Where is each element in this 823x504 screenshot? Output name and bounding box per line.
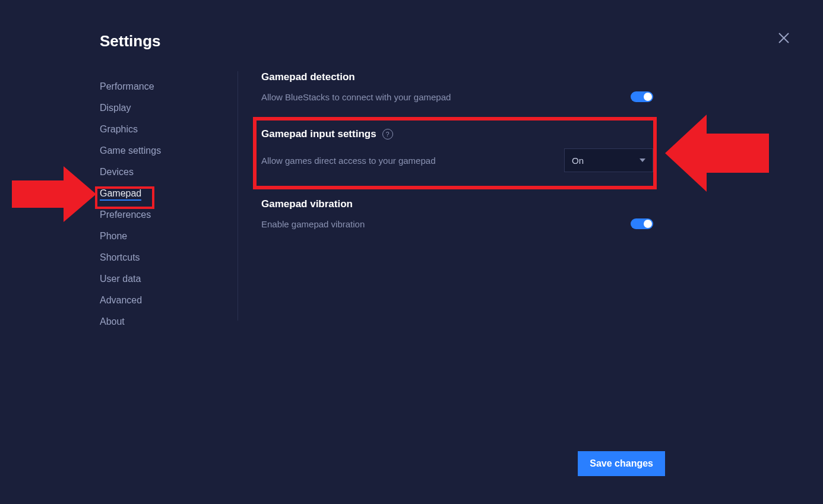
sidebar-item-label: Gamepad	[100, 188, 141, 201]
settings-sidebar: Performance Display Graphics Game settin…	[100, 76, 224, 332]
sidebar-item-devices[interactable]: Devices	[100, 161, 224, 183]
dropdown-value: On	[572, 156, 584, 166]
sidebar-item-label: Preferences	[100, 210, 151, 220]
sidebar-item-label: About	[100, 316, 125, 327]
gamepad-vibration-section: Gamepad vibration Enable gamepad vibrati…	[261, 198, 653, 229]
svg-marker-2	[12, 166, 96, 222]
sidebar-item-about[interactable]: About	[100, 311, 224, 332]
vertical-divider	[238, 71, 238, 321]
section-title: Gamepad vibration	[261, 198, 353, 210]
sidebar-item-performance[interactable]: Performance	[100, 76, 224, 97]
gamepad-detection-toggle[interactable]	[631, 91, 653, 102]
gamepad-detection-section: Gamepad detection Allow BlueStacks to co…	[261, 71, 653, 102]
sidebar-item-game-settings[interactable]: Game settings	[100, 140, 224, 161]
sidebar-item-shortcuts[interactable]: Shortcuts	[100, 247, 224, 268]
sidebar-item-gamepad[interactable]: Gamepad	[100, 183, 224, 204]
sidebar-item-user-data[interactable]: User data	[100, 268, 224, 290]
save-changes-button[interactable]: Save changes	[578, 451, 665, 476]
annotation-arrow-left	[7, 161, 96, 227]
sidebar-item-preferences[interactable]: Preferences	[100, 204, 224, 226]
sidebar-item-label: Performance	[100, 81, 154, 91]
sidebar-item-label: Advanced	[100, 295, 142, 305]
section-title: Gamepad detection	[261, 71, 355, 83]
sidebar-item-label: Phone	[100, 231, 127, 241]
sidebar-item-label: User data	[100, 274, 141, 284]
section-description: Enable gamepad vibration	[261, 219, 365, 229]
sidebar-item-label: Devices	[100, 167, 134, 177]
close-button[interactable]	[777, 31, 791, 45]
help-icon[interactable]: ?	[382, 129, 393, 140]
close-icon	[777, 31, 791, 45]
sidebar-item-label: Display	[100, 103, 131, 113]
sidebar-item-phone[interactable]: Phone	[100, 226, 224, 247]
sidebar-item-graphics[interactable]: Graphics	[100, 119, 224, 140]
section-title: Gamepad input settings	[261, 128, 376, 140]
sidebar-item-label: Game settings	[100, 145, 161, 156]
gamepad-input-dropdown[interactable]: On	[564, 148, 653, 172]
section-description: Allow BlueStacks to connect with your ga…	[261, 92, 451, 102]
svg-marker-3	[665, 115, 769, 192]
sidebar-item-label: Graphics	[100, 124, 138, 134]
annotation-arrow-right	[665, 109, 772, 198]
sidebar-item-advanced[interactable]: Advanced	[100, 290, 224, 311]
gamepad-input-section: Gamepad input settings ? Allow games dir…	[261, 128, 653, 172]
sidebar-item-display[interactable]: Display	[100, 97, 224, 119]
gamepad-vibration-toggle[interactable]	[631, 218, 653, 229]
sidebar-item-label: Shortcuts	[100, 252, 140, 262]
settings-title: Settings	[100, 32, 161, 50]
chevron-down-icon	[640, 159, 645, 162]
settings-content: Gamepad detection Allow BlueStacks to co…	[261, 71, 653, 255]
section-description: Allow games direct access to your gamepa…	[261, 156, 435, 166]
